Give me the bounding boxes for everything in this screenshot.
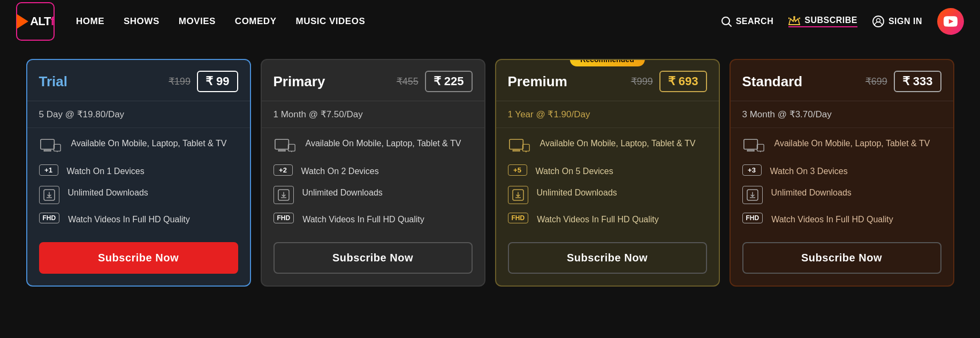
logo-text: ALTf: [30, 14, 54, 28]
search-button[interactable]: SEARCH: [721, 16, 774, 27]
downloads-text: Unlimited Downloads: [537, 186, 617, 199]
plan-standard-new-price: ₹ 333: [894, 71, 941, 92]
device-count-badge: +3: [742, 164, 762, 176]
plan-standard-old-price: ₹699: [865, 76, 887, 87]
svg-point-10: [56, 151, 57, 152]
fhd-badge: FHD: [508, 213, 529, 223]
download-icon: [747, 189, 758, 201]
svg-point-16: [291, 151, 292, 152]
feature-row-quality: FHD Watch Videos In Full HD Quality: [39, 213, 238, 226]
feature-row-devices: Available On Mobile, Laptop, Tablet & TV: [39, 137, 238, 156]
quality-text: Watch Videos In Full HD Quality: [771, 213, 893, 226]
subscribe-premium-button[interactable]: Subscribe Now: [508, 242, 707, 274]
svg-rect-25: [743, 139, 757, 149]
plan-trial-name: Trial: [39, 73, 67, 90]
crown-icon: [788, 16, 800, 25]
nav-movies[interactable]: MOVIES: [179, 16, 216, 27]
plan-primary-name: Primary: [274, 73, 325, 90]
plan-premium-duration: 1 Year @ ₹1.90/Day: [496, 101, 719, 128]
subscribe-trial-button[interactable]: Subscribe Now: [39, 242, 238, 274]
plans-section: Trial ₹199 ₹ 99 5 Day @ ₹19.80/Day Avail…: [0, 43, 980, 308]
svg-rect-27: [757, 144, 764, 151]
plan-primary-header: Primary ₹455 ₹ 225: [262, 60, 484, 101]
svg-rect-20: [513, 150, 520, 151]
download-icon: [43, 189, 55, 201]
plan-trial-features: Available On Mobile, Laptop, Tablet & TV…: [27, 128, 250, 235]
feature-row-quality: FHD Watch Videos In Full HD Quality: [274, 213, 473, 226]
plan-trial: Trial ₹199 ₹ 99 5 Day @ ₹19.80/Day Avail…: [26, 59, 251, 287]
svg-point-22: [525, 151, 526, 152]
quality-text: Watch Videos In Full HD Quality: [302, 213, 424, 226]
download-badge: [39, 186, 59, 204]
user-icon: [872, 16, 884, 27]
nav-comedy[interactable]: COMEDY: [235, 16, 277, 27]
feature-row-download: Unlimited Downloads: [508, 186, 707, 204]
svg-rect-8: [44, 150, 51, 151]
youtube-button[interactable]: [937, 8, 964, 35]
feature-row-watch: +5 Watch On 5 Devices: [508, 164, 707, 177]
plan-premium-new-price: ₹ 693: [659, 71, 707, 92]
plan-trial-duration: 5 Day @ ₹19.80/Day: [27, 101, 250, 128]
feature-row-watch: +1 Watch On 1 Devices: [39, 164, 238, 177]
logo[interactable]: ALTf: [16, 2, 55, 41]
watch-devices-text: Watch On 2 Devices: [301, 164, 379, 177]
recommended-badge: Recommended: [569, 59, 644, 66]
plan-primary-old-price: ₹455: [397, 76, 419, 87]
feature-row-quality: FHD Watch Videos In Full HD Quality: [508, 213, 707, 226]
devices-text: Available On Mobile, Laptop, Tablet & TV: [306, 137, 461, 149]
svg-rect-19: [509, 139, 522, 149]
devices-text: Available On Mobile, Laptop, Tablet & TV: [540, 137, 696, 149]
fhd-badge: FHD: [742, 213, 763, 223]
devices-icon: [742, 137, 766, 156]
fhd-badge: FHD: [39, 213, 60, 223]
devices-text: Available On Mobile, Laptop, Tablet & TV: [71, 137, 227, 149]
feature-row-download: Unlimited Downloads: [742, 186, 941, 204]
plan-trial-header: Trial ₹199 ₹ 99: [27, 60, 250, 101]
device-count-badge: +2: [274, 164, 293, 176]
search-label: SEARCH: [736, 17, 774, 26]
subscribe-header-label: SUBSCRIBE: [804, 16, 857, 25]
logo-triangle-icon: [17, 14, 28, 29]
download-badge: [742, 186, 763, 204]
plan-primary-pricing: ₹455 ₹ 225: [397, 71, 473, 92]
devices-icon: [274, 137, 297, 156]
svg-rect-7: [40, 139, 54, 149]
header: ALTf HOME SHOWS MOVIES COMEDY MUSIC VIDE…: [0, 0, 980, 43]
plan-primary-features: Available On Mobile, Laptop, Tablet & TV…: [262, 128, 484, 235]
download-icon: [512, 189, 524, 201]
feature-row-watch: +3 Watch On 3 Devices: [742, 164, 941, 177]
plan-premium-old-price: ₹999: [631, 76, 653, 87]
youtube-icon: [944, 14, 958, 28]
download-icon: [278, 189, 290, 201]
plan-premium-features: Available On Mobile, Laptop, Tablet & TV…: [496, 128, 719, 235]
subscribe-standard-button[interactable]: Subscribe Now: [742, 242, 941, 274]
svg-rect-26: [747, 150, 754, 151]
watch-devices-text: Watch On 3 Devices: [770, 164, 848, 177]
plan-primary-footer: Subscribe Now: [262, 235, 484, 286]
feature-row-watch: +2 Watch On 2 Devices: [274, 164, 473, 177]
feature-row-download: Unlimited Downloads: [39, 186, 238, 204]
watch-devices-text: Watch On 1 Devices: [67, 164, 145, 177]
plan-primary-duration: 1 Month @ ₹7.50/Day: [262, 101, 484, 128]
plan-premium-pricing: ₹999 ₹ 693: [631, 71, 707, 92]
plan-standard-pricing: ₹699 ₹ 333: [865, 71, 941, 92]
subscribe-header-button[interactable]: SUBSCRIBE: [788, 16, 857, 27]
device-count-badge: +1: [39, 164, 58, 176]
nav-home[interactable]: HOME: [76, 16, 104, 27]
svg-rect-9: [54, 144, 60, 151]
plan-trial-pricing: ₹199 ₹ 99: [169, 71, 238, 92]
plan-trial-old-price: ₹199: [169, 76, 191, 87]
subscribe-primary-button[interactable]: Subscribe Now: [274, 242, 473, 274]
download-badge: [508, 186, 528, 204]
fhd-badge: FHD: [274, 213, 294, 223]
plan-standard-name: Standard: [742, 73, 803, 90]
watch-devices-text: Watch On 5 Devices: [536, 164, 613, 177]
devices-text: Available On Mobile, Laptop, Tablet & TV: [774, 137, 930, 149]
nav-music-videos[interactable]: MUSIC VIDEOS: [295, 16, 365, 27]
sign-in-button[interactable]: SIGN IN: [872, 16, 922, 27]
plan-premium: Recommended Premium ₹999 ₹ 693 1 Year @ …: [495, 59, 720, 287]
device-count-badge: +5: [508, 164, 527, 176]
svg-rect-14: [278, 150, 285, 151]
plan-trial-new-price: ₹ 99: [197, 71, 238, 92]
nav-shows[interactable]: SHOWS: [124, 16, 159, 27]
